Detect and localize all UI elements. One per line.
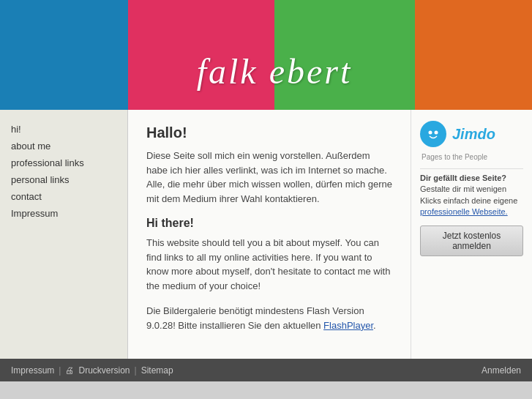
sidebar-item-about-me[interactable]: about me: [7, 138, 120, 154]
jimdo-desc-line2: Gestalte dir mit wenigen Klicks einfach …: [420, 184, 517, 204]
para-de: Diese Seite soll mich ein wenig vorstell…: [146, 149, 392, 206]
footer-sep2: |: [135, 365, 137, 376]
heading-de: Hallo!: [146, 124, 392, 141]
footer-right: Anmelden: [482, 365, 521, 376]
sidebar: hi! about me professional links personal…: [0, 110, 128, 359]
header-col-orange: [415, 0, 532, 110]
footer-sep1: |: [59, 365, 61, 376]
jimdo-tagline: Pages to the People: [422, 153, 523, 161]
divider: [420, 168, 523, 169]
right-panel: Jimdo Pages to the People Dir gefällt di…: [411, 110, 532, 359]
jimdo-desc-line1: Dir gefällt diese Seite?: [420, 174, 506, 182]
footer-sitemap-link[interactable]: Sitemap: [141, 365, 173, 376]
footer-print-link[interactable]: Druckversion: [78, 365, 130, 376]
footer-login-link[interactable]: Anmelden: [482, 365, 521, 376]
jimdo-pro-link[interactable]: professionelle Webseite.: [420, 207, 508, 216]
sidebar-item-contact[interactable]: contact: [7, 188, 120, 205]
jimdo-name: Jimdo: [452, 127, 495, 141]
sidebar-item-personal-links[interactable]: personal links: [7, 171, 120, 188]
sidebar-item-hi[interactable]: hi!: [7, 121, 120, 138]
printer-icon: 🖨: [65, 365, 74, 376]
jimdo-logo: Jimdo: [420, 121, 523, 147]
heading-en: Hi there!: [146, 217, 392, 230]
main-content: Hallo! Diese Seite soll mich ein wenig v…: [128, 110, 411, 359]
jimdo-icon: [420, 121, 446, 147]
header: falk ebert: [0, 0, 532, 110]
main-wrapper: hi! about me professional links personal…: [0, 110, 532, 359]
svg-point-0: [426, 127, 441, 141]
para-en: This website should tell you a bit about…: [146, 236, 392, 293]
flash-notice: Die Bildergalerie benötigt mindestens Fl…: [146, 304, 392, 332]
flash-player-link[interactable]: FlashPlayer: [323, 320, 373, 331]
sidebar-item-impressum[interactable]: Impressum: [7, 205, 120, 222]
header-col-blue: [0, 0, 128, 110]
svg-point-2: [435, 131, 438, 135]
svg-point-1: [429, 131, 432, 135]
footer: Impressum | 🖨 Druckversion | Sitemap Anm…: [0, 359, 532, 381]
jimdo-desc: Dir gefällt diese Seite? Gestalte dir mi…: [420, 173, 523, 218]
footer-left: Impressum | 🖨 Druckversion | Sitemap: [11, 365, 173, 376]
footer-impressum-link[interactable]: Impressum: [11, 365, 54, 376]
sidebar-item-professional-links[interactable]: professional links: [7, 154, 120, 171]
header-col-green: [274, 0, 415, 110]
header-col-pink: [128, 0, 274, 110]
jimdo-signup-button[interactable]: Jetzt kostenlos anmelden: [420, 225, 523, 256]
